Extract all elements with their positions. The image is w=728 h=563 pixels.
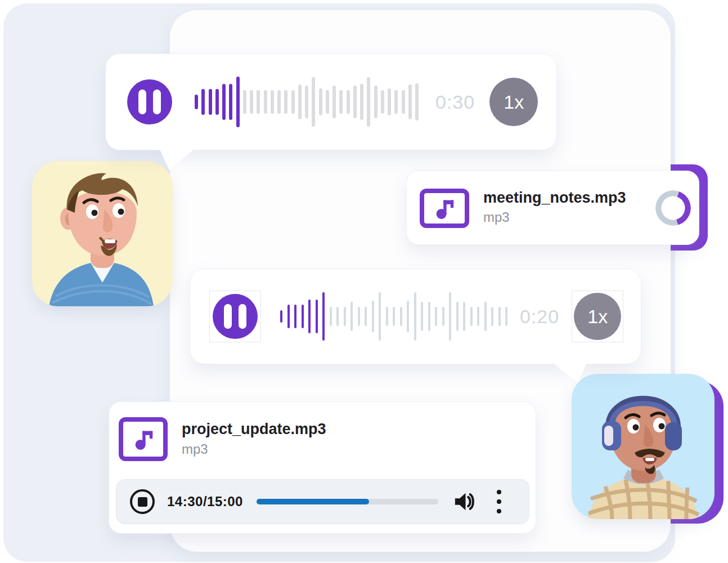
audio-file-icon — [420, 189, 469, 228]
waveform-bar — [332, 86, 336, 118]
waveform-bar — [280, 310, 282, 323]
waveform-bar — [326, 90, 329, 114]
waveform-bar — [388, 88, 391, 115]
waveform-bar — [365, 307, 367, 326]
waveform-bar — [195, 95, 198, 109]
waveform-bar — [358, 307, 360, 326]
waveform-bar — [344, 307, 346, 326]
stop-button[interactable] — [130, 489, 155, 514]
waveform-bar — [456, 302, 459, 331]
playback-speed-button[interactable]: 1x — [489, 78, 538, 126]
pause-button[interactable] — [213, 294, 258, 339]
volume-icon[interactable] — [452, 490, 475, 513]
waveform-bar — [222, 84, 226, 120]
waveform-bar — [386, 307, 388, 326]
waveform-bar — [330, 307, 332, 326]
waveform-bar — [201, 89, 205, 115]
waveform-bar — [372, 301, 374, 332]
waveform-bar — [291, 90, 295, 114]
waveform-bar — [393, 307, 395, 326]
voice-message-2: 0:20 1x — [190, 269, 641, 364]
waveform-bar — [407, 301, 409, 332]
file-card-meeting-notes[interactable]: meeting_notes.mp3 mp3 — [406, 171, 699, 245]
waveform-bar — [394, 90, 398, 114]
waveform-bar — [287, 305, 290, 328]
waveform-bar — [408, 84, 412, 119]
waveform-bar — [400, 307, 402, 326]
timestamp-label: 0:20 — [520, 306, 559, 328]
waveform-bar — [381, 90, 384, 114]
waveform-bar — [442, 307, 444, 326]
waveform-bar — [449, 292, 451, 341]
waveform-bar — [339, 90, 343, 114]
waveform-bar — [498, 307, 501, 326]
upload-progress-spinner — [655, 190, 691, 226]
audio-file-icon — [119, 417, 168, 461]
seek-bar-fill — [257, 499, 369, 504]
playback-speed-button[interactable]: 1x — [574, 293, 621, 340]
voice-message-1: 0:30 1x — [105, 53, 557, 150]
stop-icon — [138, 497, 147, 507]
waveform-bar — [435, 307, 437, 326]
audio-player: 14:30/15:00 — [116, 479, 529, 524]
waveform-bar — [319, 88, 322, 115]
waveform-bar — [402, 90, 405, 114]
file-card-project-update[interactable]: project_update.mp3 mp3 14:30/15:00 — [109, 401, 536, 534]
waveform-bar — [284, 90, 287, 114]
waveform-bar — [415, 83, 419, 120]
pause-icon — [224, 304, 232, 329]
seek-bar[interactable] — [257, 499, 438, 504]
waveform-bar — [491, 307, 493, 326]
waveform-bar — [236, 77, 240, 127]
waveform-bar — [294, 305, 296, 328]
waveform-bar — [250, 90, 253, 114]
page: 0:30 1x — [0, 0, 728, 563]
waveform-bar — [312, 77, 315, 127]
avatar-man-illustration — [32, 161, 173, 306]
waveform-bar — [421, 302, 423, 331]
waveform-bar — [215, 89, 219, 115]
waveform-bar — [298, 84, 302, 119]
waveform-bar — [257, 90, 260, 114]
waveform-bar — [414, 292, 416, 341]
waveform[interactable] — [280, 292, 507, 341]
waveform-bar — [484, 302, 487, 331]
waveform-bar — [367, 77, 370, 127]
waveform-bar — [243, 90, 246, 114]
waveform-bar — [470, 307, 473, 326]
file-name: project_update.mp3 — [182, 421, 326, 438]
speed-button-frame: 1x — [572, 291, 623, 342]
waveform-bar — [360, 84, 363, 120]
waveform-bar — [322, 292, 325, 341]
waveform-bar — [353, 86, 357, 118]
avatar-sender-1 — [32, 161, 173, 306]
pause-button-frame — [209, 291, 261, 342]
waveform-bar — [477, 307, 479, 326]
music-note-icon — [128, 426, 159, 452]
waveform-bar — [347, 90, 350, 114]
file-type: mp3 — [182, 441, 208, 457]
waveform-bar — [336, 307, 339, 326]
pause-icon — [153, 90, 161, 114]
waveform-bar — [302, 305, 304, 328]
file-name: meeting_notes.mp3 — [483, 189, 626, 207]
waveform-bar — [374, 86, 378, 118]
file-type: mp3 — [483, 209, 510, 225]
pause-button[interactable] — [127, 79, 172, 124]
waveform-bar — [209, 89, 212, 115]
timestamp-label: 0:30 — [435, 91, 475, 113]
waveform-bar — [271, 90, 274, 114]
avatar-man-headphones-illustration — [572, 374, 714, 519]
waveform-bar — [316, 300, 318, 333]
kebab-menu-icon[interactable] — [497, 490, 501, 513]
waveform[interactable] — [195, 76, 419, 128]
waveform-bar — [305, 86, 308, 118]
pause-icon — [138, 90, 146, 114]
avatar-sender-2 — [572, 374, 714, 519]
waveform-bar — [505, 307, 507, 326]
waveform-bar — [229, 84, 232, 120]
waveform-bar — [277, 90, 281, 114]
waveform-bar — [463, 302, 465, 331]
pause-icon — [239, 304, 246, 329]
waveform-bar — [350, 302, 353, 331]
